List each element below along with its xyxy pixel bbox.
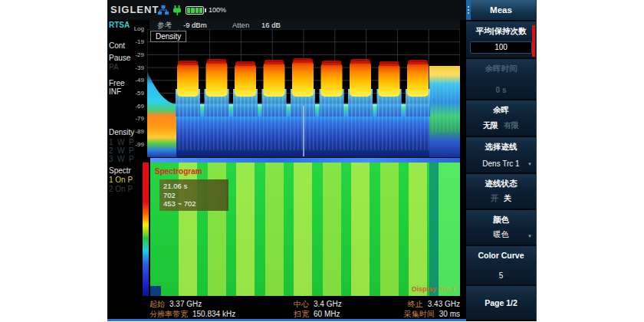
menu-button-value: 5 (466, 271, 536, 280)
freq-info-label: 中心 (294, 300, 309, 308)
freq-info-field[interactable]: 终止3.43 GHz (376, 299, 460, 309)
chevron-down-icon: ▼ (527, 162, 532, 166)
menu-button-label: Page 1/2 (485, 298, 518, 307)
freq-info-label: 分辨率带宽 (150, 310, 188, 318)
freq-info-column: 起始3.37 GHz分辨率带宽150.834 kHz (150, 299, 235, 319)
spectrogram-band-edge (429, 163, 439, 296)
y-axis-tick: -49 (123, 77, 144, 84)
toggle-option[interactable]: 开 (491, 194, 498, 202)
y-axis-tick: -39 (123, 64, 144, 71)
spectrogram-signal-band (409, 163, 427, 296)
spectrogram-display: Spectrogram 21.06 s 702 453 ~ 702 Displa… (150, 158, 460, 296)
softkey-menu: Meas 平均|保持次数100余晖时间0 s余晖无限有限选择迹线Dens Trc… (466, 0, 537, 321)
freq-info-label: 起始 (150, 300, 165, 308)
menu-button-persistence[interactable]: 余晖无限有限 (466, 100, 536, 137)
spectrogram-signal-band (236, 163, 255, 296)
freq-info-label: 扫宽 (294, 310, 309, 318)
top-status-bar: SIGLENT 100% (107, 0, 466, 20)
y-axis-tick: -59 (123, 90, 144, 97)
menu-button-label: 选择迹线 (466, 137, 536, 153)
freq-info-field[interactable]: 分辨率带宽150.834 kHz (150, 309, 235, 319)
menu-button-label: 余晖 (466, 100, 536, 116)
freq-info-field[interactable]: 采集时间30 ms (376, 309, 460, 319)
sidebar-item-spectr[interactable]: Spectr (109, 166, 131, 175)
spectrogram-signal-band (265, 163, 284, 296)
spectrogram-oldest-rows (150, 286, 161, 296)
spectrogram-info-count: 702 (163, 191, 225, 200)
menu-button-value-box: 100 (470, 41, 532, 54)
freq-info-column: 中心3.4 GHz扫宽60 MHz (294, 299, 342, 319)
y-axis-tick: -99 (123, 141, 144, 148)
siglent-logo: SIGLENT (110, 4, 159, 15)
battery-nub (205, 8, 206, 12)
atten-value[interactable]: 16 dB (261, 21, 281, 29)
menu-button-label: 余晖时间 (466, 59, 536, 74)
lan-icon (158, 5, 169, 15)
spectrogram-info-box: 21.06 s 702 453 ~ 702 (159, 179, 228, 211)
freq-info-field[interactable]: 扫宽60 MHz (294, 309, 342, 319)
menu-button-label: 颜色 (466, 210, 536, 225)
menu-button-value: 暖色 (466, 229, 536, 240)
freq-info-label: 采集时间 (404, 310, 435, 318)
y-axis-tick: -29 (123, 51, 144, 58)
menu-button-toggle: 无限有限 (466, 120, 536, 131)
menu-button-value: 0 s (466, 86, 536, 94)
menu-button-label: Color Curve (466, 246, 536, 260)
density-window-label: Density (150, 31, 186, 42)
y-axis-tick: Log (123, 25, 144, 32)
menu-button-color-curve[interactable]: Color Curve5 (466, 246, 536, 286)
spectrogram-signal-band (351, 163, 370, 296)
atten-label: Atten (232, 21, 249, 29)
menu-grip-icon[interactable] (466, 0, 471, 20)
menu-button-color[interactable]: 颜色暖色▼ (466, 210, 536, 246)
battery-icon (186, 6, 204, 15)
spectrogram-signal-band (380, 163, 399, 296)
menu-button-persistence-time[interactable]: 余晖时间0 s (466, 59, 536, 100)
spectrogram-info-range: 453 ~ 702 (163, 199, 225, 209)
spectrogram-info-time: 21.06 s (163, 182, 225, 191)
spectrogram-signal-band (323, 163, 341, 296)
battery-percent: 100% (209, 6, 226, 14)
y-axis-tick: -19 (123, 38, 144, 45)
freq-info-value: 150.834 kHz (192, 310, 235, 318)
menu-button-label: 平均|保持次数 (466, 21, 536, 37)
sidebar-item-density-sub: 3 W P (109, 155, 134, 163)
spectrogram-trace-label: DisplayTrc 1 (412, 285, 455, 293)
menu-title: Meas (490, 5, 512, 15)
spectrogram-title: Spectrogram (155, 167, 202, 176)
menu-button-toggle: 开关 (466, 193, 536, 204)
spectrogram-right-zone (439, 163, 460, 296)
page: SIGLENT 100% RTSA 参考 -9 dBm (0, 0, 644, 322)
spectrogram-colorbar (143, 163, 149, 296)
active-function-indicator (532, 25, 535, 57)
analyzer-screen: SIGLENT 100% RTSA 参考 -9 dBm (107, 0, 537, 321)
sidebar-item-spectr-trace[interactable]: 1 On P (109, 176, 133, 184)
ref-value[interactable]: -9 dBm (183, 21, 207, 29)
menu-button-value: Dens Trc 1 (466, 159, 536, 168)
freq-info-value: 3.37 GHz (169, 300, 202, 308)
y-axis-tick: -89 (123, 128, 144, 135)
menu-button-label: 迹线状态 (466, 174, 536, 189)
spectrogram-signal-band (294, 163, 312, 296)
menu-button-trace-state[interactable]: 迹线状态开关 (466, 174, 536, 210)
toggle-option[interactable]: 关 (504, 194, 511, 202)
freq-info-field[interactable]: 起始3.37 GHz (150, 299, 235, 309)
freq-info-column: 终止3.43 GHz采集时间30 ms (376, 299, 460, 319)
y-axis-tick: -69 (123, 103, 144, 110)
freq-info-label: 终止 (408, 300, 423, 308)
menu-header: Meas (466, 0, 536, 21)
freq-info-value: 3.4 GHz (314, 300, 342, 308)
y-axis-tick: -79 (123, 115, 144, 122)
chevron-down-icon: ▼ (527, 234, 532, 238)
freq-info-field[interactable]: 中心3.4 GHz (294, 299, 342, 309)
menu-button-page[interactable]: Page 1/2 (466, 286, 536, 321)
density-display (147, 29, 460, 157)
freq-info-value: 60 MHz (314, 310, 340, 318)
power-plug-icon (172, 5, 182, 15)
freq-info-value: 30 ms (439, 310, 460, 318)
screen-bottom-edge (107, 319, 466, 321)
menu-button-select-trace[interactable]: 选择迹线Dens Trc 1▼ (466, 137, 536, 174)
toggle-option[interactable]: 有限 (504, 121, 519, 130)
menu-button-avg-hold-count[interactable]: 平均|保持次数100 (466, 21, 536, 59)
toggle-option[interactable]: 无限 (483, 121, 498, 130)
